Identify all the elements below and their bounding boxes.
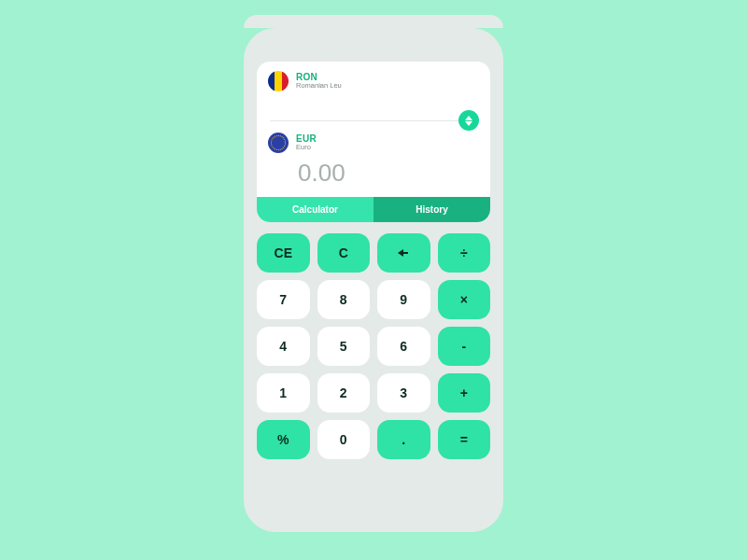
tab-calculator[interactable]: Calculator [257,197,374,222]
key-9[interactable]: 9 [377,280,430,319]
key-percent[interactable]: % [257,420,310,459]
tab-history[interactable]: History [374,197,490,222]
romania-flag-icon [268,71,289,91]
backspace-icon [399,252,408,255]
phone-frame: RON Romanian Leu EUR Euro 0.00 Calculato… [244,28,503,532]
key-0[interactable]: 0 [317,420,371,459]
to-currency-row[interactable]: EUR Euro [257,123,490,159]
to-currency-name: Euro [296,144,317,151]
eu-flag-icon [268,133,289,153]
key-backspace[interactable] [377,233,430,273]
converter-card: RON Romanian Leu EUR Euro 0.00 Calculato… [257,62,490,222]
key-divide[interactable]: ÷ [438,233,491,273]
tabs: Calculator History [257,197,490,222]
chevron-down-icon [465,121,472,126]
to-currency-text: EUR Euro [296,134,317,151]
from-currency-name: Romanian Leu [296,82,342,90]
key-clear-entry[interactable]: CE [257,233,310,273]
key-5[interactable]: 5 [317,327,371,366]
key-3[interactable]: 3 [377,373,430,413]
to-amount-display: 0.00 [257,159,490,197]
from-currency-text: RON Romanian Leu [296,73,342,90]
keypad: CE C ÷ 7 8 9 × 4 5 6 - 1 2 3 + % 0 . = [257,233,490,459]
key-7[interactable]: 7 [257,280,310,319]
key-multiply[interactable]: × [438,280,491,319]
key-decimal[interactable]: . [377,420,430,459]
key-subtract[interactable]: - [438,327,491,366]
key-6[interactable]: 6 [377,327,430,366]
from-currency-row[interactable]: RON Romanian Leu [257,62,490,97]
chevron-up-icon [465,116,472,120]
swap-row [257,118,490,123]
divider [270,120,477,121]
key-2[interactable]: 2 [317,373,371,413]
key-clear[interactable]: C [317,233,371,273]
phone-notch [322,28,425,49]
swap-button[interactable] [458,110,479,131]
key-add[interactable]: + [438,373,491,413]
key-equals[interactable]: = [438,420,491,459]
key-1[interactable]: 1 [257,373,310,413]
key-4[interactable]: 4 [257,327,310,366]
key-8[interactable]: 8 [317,280,371,319]
